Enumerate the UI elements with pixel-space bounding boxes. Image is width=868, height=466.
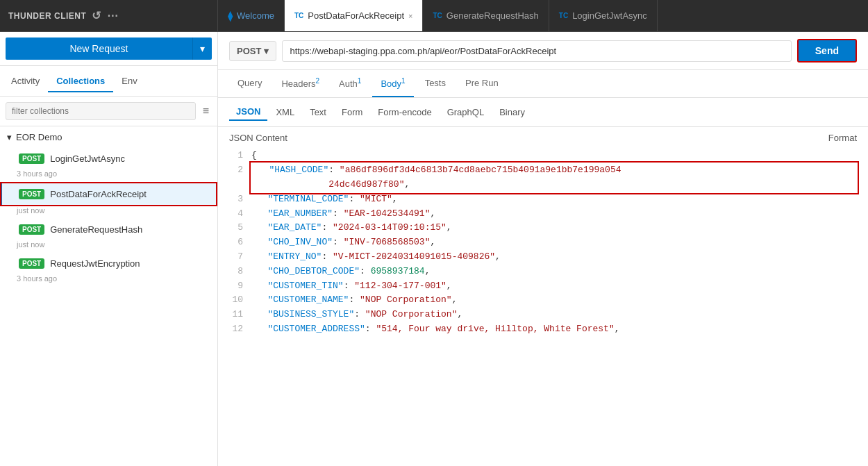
json-line-6: 6 "CHO_INV_NO": "INV-7068568503", [229, 235, 857, 250]
collection-item-login[interactable]: POST LoginGetJwtAsync [0, 148, 217, 169]
json-line-1: 1 { [229, 149, 857, 163]
json-editor-area: JSON Content Format 1 { 2 "HASH_CODE": "… [218, 127, 868, 466]
sidebar-nav: Activity Collections Env [0, 66, 217, 97]
method-badge-post-2: POST [19, 189, 44, 199]
body-subtabs: JSON XML Text Form Form-encode GraphQL B… [218, 98, 868, 127]
filter-bar: ≡ [0, 97, 217, 126]
tab-headers[interactable]: Headers2 [273, 70, 328, 97]
collections-list: ▾ EOR Demo POST LoginGetJwtAsync 3 hours… [0, 126, 217, 466]
new-request-button[interactable]: New Request [6, 38, 192, 60]
sidebar-nav-env[interactable]: Env [113, 70, 145, 92]
refresh-icon[interactable]: ↺ [92, 9, 101, 22]
json-line-10: 10 "CUSTOMER_NAME": "NOP Corporation", [229, 293, 857, 308]
subtab-formencode[interactable]: Form-encode [371, 104, 438, 120]
item-name-jwtenc: RequestJwtEncryption [50, 258, 210, 269]
tab-auth[interactable]: Auth1 [331, 70, 369, 97]
close-tab-icon[interactable]: × [408, 12, 412, 20]
json-line-11: 11 "BUSINESS_STYLE": "NOP Corporation", [229, 308, 857, 322]
list-item[interactable]: POST PostDataForAckReceipt just now [0, 182, 217, 219]
tab-login-jwt-label: LoginGetJwtAsync [572, 10, 647, 21]
json-content-label: JSON Content [229, 133, 287, 143]
json-line-9: 9 "CUSTOMER_TIN": "112-304-177-001", [229, 279, 857, 294]
method-badge-post: POST [19, 153, 44, 164]
json-line-4: 4 "EAR_NUMBER": "EAR-1042534491", [229, 207, 857, 222]
tab-prerun[interactable]: Pre Run [457, 71, 507, 97]
json-line-5: 5 "EAR_DATE": "2024-03-14T09:10:15", [229, 221, 857, 235]
tab-post-data-label: PostDataForAckReceipt [308, 10, 404, 21]
content-area: POST ▾ Send Query Headers2 Auth1 Body1 T… [218, 32, 868, 466]
tab-gen-hash-label: GenerateRequestHash [446, 10, 539, 21]
new-request-bar: New Request ▾ [0, 32, 217, 66]
url-input[interactable] [282, 40, 791, 62]
tab-body[interactable]: Body1 [372, 70, 413, 97]
subtab-graphql[interactable]: GraphQL [440, 104, 491, 120]
subtab-text[interactable]: Text [303, 104, 333, 120]
item-time-genhash: just now [0, 240, 217, 253]
format-button[interactable]: Format [828, 133, 857, 143]
method-select[interactable]: POST ▾ [229, 41, 276, 61]
collection-item-postdata[interactable]: POST PostDataForAckReceipt [0, 182, 217, 206]
new-request-dropdown-button[interactable]: ▾ [192, 38, 212, 60]
collection-name: EOR Demo [16, 132, 62, 142]
method-badge-post-3: POST [19, 224, 44, 235]
chevron-down-icon: ▾ [7, 132, 12, 142]
method-label: POST [237, 46, 261, 56]
tab-post-data[interactable]: TC PostDataForAckReceipt × [285, 0, 424, 31]
send-button[interactable]: Send [797, 39, 857, 63]
collection-item-jwtenc[interactable]: POST RequestJwtEncryption [0, 253, 217, 274]
app-title: THUNDER CLIENT [8, 11, 86, 21]
json-line-3: 3 "TERMINAL_CODE": "MICT", [229, 192, 857, 207]
request-tabs: Query Headers2 Auth1 Body1 Tests Pre Run [218, 70, 868, 98]
item-name-genhash: GenerateRequestHash [50, 224, 210, 235]
subtab-json[interactable]: JSON [229, 103, 267, 121]
tab-bar: ⧫ Welcome TC PostDataForAckReceipt × TC … [218, 0, 868, 31]
subtab-form[interactable]: Form [335, 104, 369, 120]
item-name-postdata: PostDataForAckReceipt [50, 189, 209, 199]
sidebar-nav-activity[interactable]: Activity [3, 70, 48, 92]
collection-group-eor: ▾ EOR Demo POST LoginGetJwtAsync 3 hours… [0, 126, 217, 287]
tab-welcome[interactable]: ⧫ Welcome [218, 0, 285, 31]
subtab-binary[interactable]: Binary [492, 104, 532, 120]
json-line-2: 2 "HASH_CODE": "a86df896df3d4c6813b74cd8… [229, 163, 857, 192]
tab-tests[interactable]: Tests [417, 71, 454, 97]
json-line-12: 12 "CUSTOMER_ADDRESS": "514, Four way dr… [229, 322, 857, 337]
tc-badge-login: TC [559, 12, 568, 19]
item-time-postdata: just now [0, 206, 217, 219]
json-header: JSON Content Format [218, 127, 868, 149]
json-line-7: 7 "ENTRY_NO": "V-MICT-20240314091015-409… [229, 250, 857, 265]
filter-menu-button[interactable]: ≡ [200, 103, 212, 119]
tc-badge-gen: TC [433, 12, 442, 19]
filter-input[interactable] [6, 102, 196, 120]
sidebar: New Request ▾ Activity Collections Env ≡… [0, 32, 218, 466]
item-time-jwtenc: 3 hours ago [0, 274, 217, 287]
sidebar-nav-collections[interactable]: Collections [48, 70, 113, 92]
json-content[interactable]: 1 { 2 "HASH_CODE": "a86df896df3d4c6813b7… [218, 149, 868, 466]
list-item[interactable]: POST GenerateRequestHash just now [0, 219, 217, 253]
json-line-8: 8 "CHO_DEBTOR_CODE": 6958937184, [229, 265, 857, 279]
tab-login-jwt[interactable]: TC LoginGetJwtAsync [549, 0, 658, 31]
vscode-icon: ⧫ [228, 10, 233, 22]
ellipsis-icon[interactable]: ⋯ [107, 9, 119, 22]
list-item[interactable]: POST LoginGetJwtAsync 3 hours ago [0, 148, 217, 182]
tab-welcome-label: Welcome [237, 10, 274, 21]
item-time-login: 3 hours ago [0, 169, 217, 182]
collection-item-genhash[interactable]: POST GenerateRequestHash [0, 219, 217, 240]
list-item[interactable]: POST RequestJwtEncryption 3 hours ago [0, 253, 217, 287]
item-name-login: LoginGetJwtAsync [50, 153, 210, 164]
tab-query[interactable]: Query [229, 71, 270, 97]
tab-gen-hash[interactable]: TC GenerateRequestHash [423, 0, 549, 31]
method-badge-post-4: POST [19, 258, 44, 269]
subtab-xml[interactable]: XML [269, 104, 301, 120]
tc-badge-post: TC [294, 12, 303, 19]
collection-header-eor[interactable]: ▾ EOR Demo [0, 126, 217, 148]
url-bar: POST ▾ Send [218, 32, 868, 70]
method-chevron-icon: ▾ [264, 46, 269, 56]
